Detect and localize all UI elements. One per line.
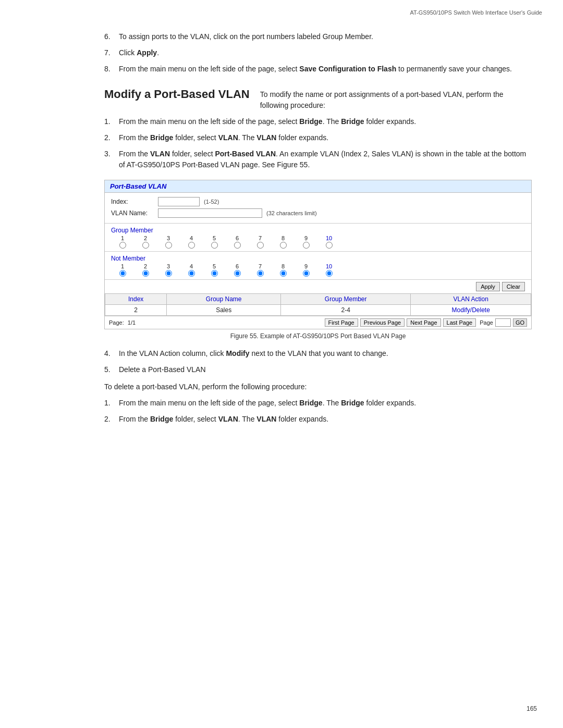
vlan-table-body: 2 Sales 2-4 Modify/Delete (105, 305, 531, 316)
go-button[interactable]: GO (513, 318, 527, 327)
page-input[interactable] (495, 318, 511, 327)
gm-radio-6[interactable] (234, 242, 241, 249)
nm-radio-10[interactable] (326, 270, 333, 277)
index-hint: (1-52) (204, 199, 219, 205)
figure-caption: Figure 55. Example of AT-GS950/10PS Port… (104, 332, 532, 340)
gm-radio-10[interactable] (326, 242, 333, 249)
nm-radio-1[interactable] (119, 270, 126, 277)
vlan-buttons-row: Apply Clear (105, 280, 531, 293)
nm-port-7: 7 (249, 263, 272, 277)
header-title: AT-GS950/10PS Switch Web Interface User'… (410, 9, 542, 16)
section-step-1-num: 1. (104, 116, 119, 127)
after-step-4-num: 4. (104, 348, 119, 359)
modify-delete-link[interactable]: Modify/Delete (451, 306, 489, 314)
nm-port-2: 2 (134, 263, 157, 277)
gm-port-4: 4 (180, 235, 203, 249)
delete-step-1: 1. From the main menu on the left side o… (104, 398, 532, 409)
nm-port-4: 4 (180, 263, 203, 277)
gm-radio-5[interactable] (211, 242, 218, 249)
th-group-name: Group Name (167, 294, 281, 305)
nm-port-6: 6 (226, 263, 249, 277)
step-8-text: From the main menu on the left side of t… (119, 64, 532, 75)
nm-radio-3[interactable] (165, 270, 172, 277)
section-step-3: 3. From the VLAN folder, select Port-Bas… (104, 149, 532, 170)
nm-radio-2[interactable] (142, 270, 149, 277)
vlan-name-input[interactable] (158, 208, 262, 218)
step-6-text: To assign ports to the VLAN, click on th… (119, 31, 532, 42)
section-step-1-text: From the main menu on the left side of t… (119, 116, 532, 127)
clear-button[interactable]: Clear (502, 282, 525, 291)
after-step-5-text: Delete a Port-Based VLAN (119, 364, 532, 375)
group-member-numbers: 1 2 3 4 5 6 7 8 9 10 (111, 235, 525, 249)
vlan-name-hint: (32 characters limit) (266, 210, 317, 216)
nm-port-3: 3 (157, 263, 180, 277)
delete-step-1-num: 1. (104, 398, 119, 409)
delete-steps-list: 1. From the main menu on the left side o… (104, 398, 532, 425)
gm-radio-1[interactable] (119, 242, 126, 249)
apply-button[interactable]: Apply (476, 282, 500, 291)
first-page-button[interactable]: First Page (325, 318, 358, 327)
after-step-5-num: 5. (104, 364, 119, 375)
index-input[interactable] (158, 197, 200, 206)
th-vlan-action: VLAN Action (411, 294, 531, 305)
page-label: Page: (109, 319, 126, 326)
vlan-widget: Port-Based VLAN Index: (1-52) VLAN Name:… (104, 180, 532, 329)
vlan-name-label: VLAN Name: (111, 209, 158, 217)
nm-radio-9[interactable] (303, 270, 310, 277)
nm-radio-6[interactable] (234, 270, 241, 277)
vlan-name-row: VLAN Name: (32 characters limit) (111, 208, 525, 218)
group-member-label: Group Member (111, 227, 525, 234)
gm-port-3: 3 (157, 235, 180, 249)
gm-port-7: 7 (249, 235, 272, 249)
delete-intro: To delete a port-based VLAN, perform the… (104, 381, 532, 392)
section-intro: To modify the name or port assignments o… (260, 87, 532, 111)
nm-port-9: 9 (295, 263, 317, 277)
nm-port-5: 5 (203, 263, 226, 277)
step-8: 8. From the main menu on the left side o… (104, 64, 532, 75)
gm-radio-8[interactable] (280, 242, 287, 249)
last-page-button[interactable]: Last Page (443, 318, 476, 327)
after-step-5: 5. Delete a Port-Based VLAN (104, 364, 532, 375)
row-index: 2 (105, 305, 167, 316)
index-label: Index: (111, 198, 158, 205)
nm-radio-4[interactable] (188, 270, 195, 277)
nm-radio-7[interactable] (257, 270, 264, 277)
section-step-2-text: From the Bridge folder, select VLAN. The… (119, 132, 532, 143)
gm-port-2: 2 (134, 235, 157, 249)
vlan-table-header-row: Index Group Name Group Member VLAN Actio… (105, 294, 531, 305)
section-title: Modify a Port-Based VLAN (104, 87, 250, 102)
step-8-num: 8. (104, 64, 119, 75)
step-7: 7. Click Apply. (104, 47, 532, 58)
delete-step-1-text: From the main menu on the left side of t… (119, 398, 532, 409)
page-value: 1/1 (128, 319, 136, 326)
vlan-form-section: Index: (1-52) VLAN Name: (32 characters … (105, 193, 531, 224)
gm-radio-2[interactable] (142, 242, 149, 249)
row-action: Modify/Delete (411, 305, 531, 316)
next-page-button[interactable]: Next Page (407, 318, 440, 327)
prev-page-button[interactable]: Previous Page (360, 318, 405, 327)
vlan-table-head: Index Group Name Group Member VLAN Actio… (105, 294, 531, 305)
gm-port-10: 10 (317, 235, 340, 249)
step-7-num: 7. (104, 47, 119, 58)
gm-port-5: 5 (203, 235, 226, 249)
index-row: Index: (1-52) (111, 197, 525, 206)
section-steps-list: 1. From the main menu on the left side o… (104, 116, 532, 170)
nm-port-1: 1 (111, 263, 134, 277)
gm-port-9: 9 (295, 235, 317, 249)
gm-radio-7[interactable] (257, 242, 264, 249)
delete-step-2-num: 2. (104, 414, 119, 425)
gm-radio-3[interactable] (165, 242, 172, 249)
not-member-section: Not Member 1 2 3 4 5 6 7 8 9 10 (105, 252, 531, 280)
nm-port-10: 10 (317, 263, 340, 277)
th-index: Index (105, 294, 167, 305)
nm-radio-8[interactable] (280, 270, 287, 277)
step-7-text: Click Apply. (119, 47, 532, 58)
gm-radio-4[interactable] (188, 242, 195, 249)
nm-radio-5[interactable] (211, 270, 218, 277)
group-member-section: Group Member 1 2 3 4 5 6 7 8 9 10 (105, 224, 531, 252)
after-step-4-text: In the VLAN Action column, click Modify … (119, 348, 532, 359)
table-row: 2 Sales 2-4 Modify/Delete (105, 305, 531, 316)
gm-radio-9[interactable] (303, 242, 310, 249)
vlan-widget-title: Port-Based VLAN (105, 180, 531, 193)
delete-step-2-text: From the Bridge folder, select VLAN. The… (119, 414, 532, 425)
